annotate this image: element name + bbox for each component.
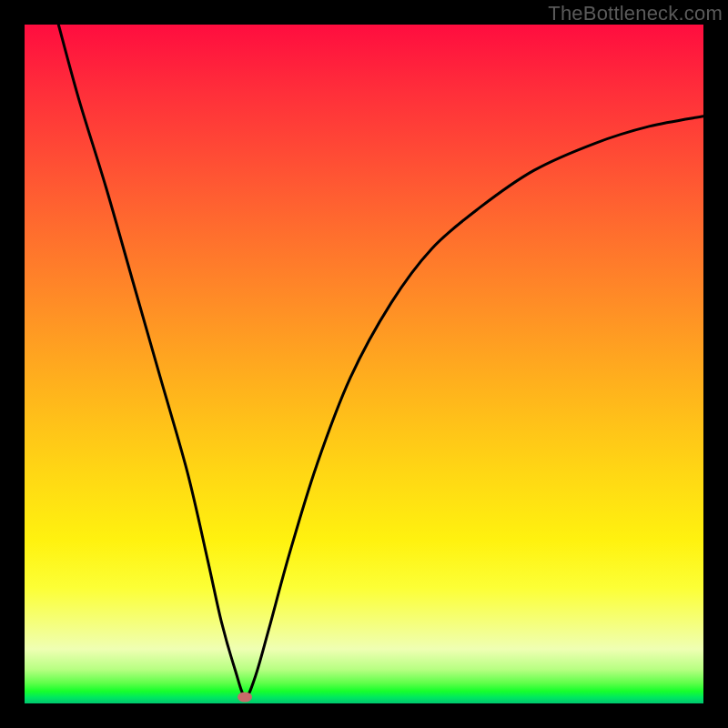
optimum-marker: [238, 692, 252, 702]
chart-frame: TheBottleneck.com: [0, 0, 728, 728]
plot-area: [25, 25, 703, 703]
watermark-text: TheBottleneck.com: [548, 2, 723, 25]
bottleneck-curve: [58, 25, 703, 697]
curve-svg: [25, 25, 703, 703]
